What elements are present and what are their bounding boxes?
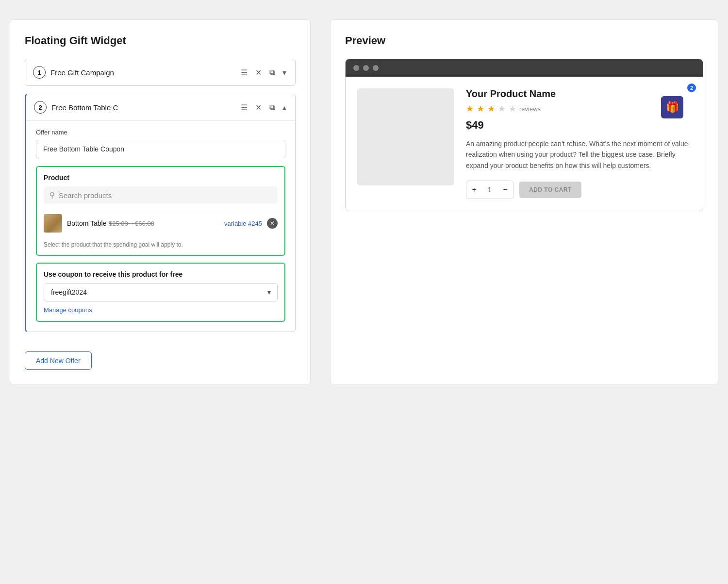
product-price: $25.00 – $66.00: [109, 220, 154, 227]
manage-coupons-link[interactable]: Manage coupons: [44, 306, 92, 314]
star-1: ★: [466, 103, 474, 114]
close-icon-2[interactable]: ✕: [254, 102, 263, 113]
browser-dot-2: [363, 65, 369, 71]
star-3: ★: [487, 103, 495, 114]
coupon-section: Use coupon to receive this product for f…: [36, 263, 285, 322]
campaign-icons-1: ☰ ✕ ⧉ ▾: [240, 67, 287, 78]
product-helper-text: Select the product that the spending goa…: [44, 241, 278, 248]
menu-icon-2[interactable]: ☰: [240, 102, 248, 113]
browser-content: Your Product Name ★ ★ ★ ★ ★ reviews $49 …: [346, 77, 703, 211]
preview-product-name: Your Product Name: [466, 88, 691, 100]
browser-bar: [346, 59, 703, 77]
search-icon: ⚲: [50, 191, 55, 200]
chevron-down-icon-1[interactable]: ▾: [281, 67, 287, 78]
copy-icon-2[interactable]: ⧉: [268, 102, 276, 113]
right-panel: Preview Your Product Name ★ ★ ★ ★: [330, 19, 718, 385]
menu-icon-1[interactable]: ☰: [240, 67, 248, 78]
stars-row: ★ ★ ★ ★ ★ reviews: [466, 103, 691, 114]
gift-badge: 🎁: [661, 96, 683, 118]
offer-name-input[interactable]: [36, 140, 285, 158]
campaign-name-2: Free Bottom Table C: [51, 103, 235, 112]
campaign-header-1[interactable]: 1 Free Gift Campaign ☰ ✕ ⧉ ▾: [25, 59, 295, 85]
product-variant-link[interactable]: variable #245: [224, 220, 262, 227]
campaign-header-2[interactable]: 2 Free Bottom Table C ☰ ✕ ⧉ ▴: [26, 94, 295, 120]
coupon-select[interactable]: freegift2024 SAVE10 FREESHIP: [44, 283, 278, 301]
campaign-content-2: Offer name Product ⚲ Search products: [26, 120, 295, 332]
product-thumb-image: [44, 214, 62, 233]
chevron-up-icon-2[interactable]: ▴: [281, 102, 287, 113]
preview-title: Preview: [345, 34, 703, 47]
offer-name-label: Offer name: [36, 129, 285, 136]
qty-value: 1: [482, 186, 497, 194]
product-details: Your Product Name ★ ★ ★ ★ ★ reviews $49 …: [466, 88, 691, 199]
campaign-card-1: 1 Free Gift Campaign ☰ ✕ ⧉ ▾: [25, 59, 296, 86]
cart-row: + 1 − ADD TO CART: [466, 181, 691, 199]
copy-icon-1[interactable]: ⧉: [268, 67, 276, 78]
product-section-title: Product: [44, 174, 278, 182]
qty-increase-button[interactable]: −: [497, 181, 513, 199]
close-icon-1[interactable]: ✕: [254, 67, 263, 78]
coupon-select-wrapper: freegift2024 SAVE10 FREESHIP ▾: [44, 283, 278, 301]
campaign-number-1: 1: [33, 66, 46, 79]
product-search-bar[interactable]: ⚲ Search products: [44, 186, 278, 204]
product-item: Bottom Table $25.00 – $66.00 variable #2…: [44, 210, 278, 236]
left-panel: Floating Gift Widget 1 Free Gift Campaig…: [10, 19, 311, 385]
page-title: Floating Gift Widget: [25, 34, 296, 47]
campaign-icons-2: ☰ ✕ ⧉ ▴: [240, 102, 287, 113]
product-name: Bottom Table: [67, 219, 106, 227]
product-section: Product ⚲ Search products Bottom Table $…: [36, 166, 285, 256]
remove-product-button[interactable]: ✕: [267, 218, 278, 229]
add-new-offer-button[interactable]: Add New Offer: [25, 351, 92, 370]
preview-product-price: $49: [466, 119, 691, 132]
gift-badge-count: 2: [687, 83, 696, 92]
star-2: ★: [477, 103, 484, 114]
browser-dot-3: [373, 65, 379, 71]
reviews-text: reviews: [519, 105, 541, 113]
quantity-control: + 1 −: [466, 181, 513, 199]
coupon-section-title: Use coupon to receive this product for f…: [44, 270, 278, 278]
campaign-card-2: 2 Free Bottom Table C ☰ ✕ ⧉ ▴ Offer name…: [25, 94, 296, 332]
product-info: Bottom Table $25.00 – $66.00: [67, 219, 219, 228]
product-image: [357, 88, 454, 185]
campaign-name-1: Free Gift Campaign: [50, 68, 235, 77]
product-thumbnail: [44, 214, 62, 233]
add-to-cart-button[interactable]: ADD TO CART: [519, 182, 581, 198]
qty-decrease-button[interactable]: +: [466, 181, 482, 199]
star-5: ★: [509, 103, 516, 114]
search-placeholder: Search products: [59, 191, 112, 200]
browser-mockup: Your Product Name ★ ★ ★ ★ ★ reviews $49 …: [345, 59, 703, 211]
browser-dot-1: [353, 65, 359, 71]
star-4: ★: [498, 103, 506, 114]
campaign-number-2: 2: [34, 101, 47, 114]
preview-product-desc: An amazing product people can't refuse. …: [466, 138, 691, 171]
